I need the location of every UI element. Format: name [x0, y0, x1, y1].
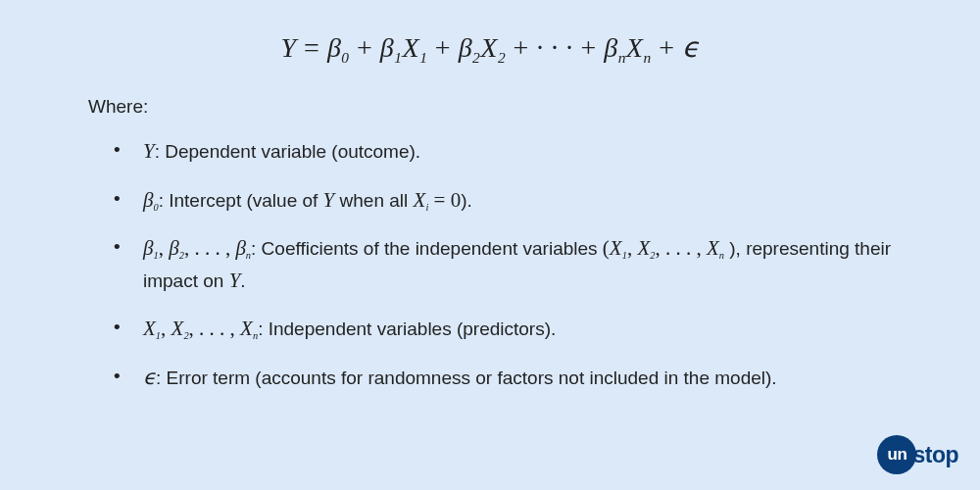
definition-list: Y: Dependent variable (outcome). β0: Int…	[88, 135, 892, 393]
list-item: Y: Dependent variable (outcome).	[135, 135, 892, 168]
desc-xs: : Independent variables (predictors).	[258, 318, 556, 339]
term-xs: X1, X2, . . . , Xn	[143, 318, 258, 339]
logo-circle-icon: un	[877, 435, 916, 474]
list-item: ϵ: Error term (accounts for randomness o…	[135, 362, 892, 394]
unstop-logo: un stop	[877, 435, 958, 474]
document-body: Y = β0 + β1X1 + β2X2 + · · · + βnXn + ϵ …	[0, 0, 980, 393]
term-beta0: β0	[143, 190, 159, 211]
list-item: X1, X2, . . . , Xn: Independent variable…	[135, 313, 892, 345]
term-y: Y	[143, 141, 155, 162]
where-label: Where:	[88, 96, 892, 118]
logo-text: stop	[912, 442, 958, 468]
term-epsilon: ϵ	[143, 368, 156, 388]
regression-equation: Y = β0 + β1X1 + β2X2 + · · · + βnXn + ϵ	[88, 31, 892, 67]
list-item: β1, β2, . . . , βn: Coefficients of the …	[135, 232, 892, 296]
desc-y: : Dependent variable (outcome).	[155, 141, 420, 162]
list-item: β0: Intercept (value of Y when all Xi = …	[135, 184, 892, 217]
desc-epsilon: : Error term (accounts for randomness or…	[156, 368, 777, 388]
term-betas: β1, β2, . . . , βn	[143, 238, 251, 259]
